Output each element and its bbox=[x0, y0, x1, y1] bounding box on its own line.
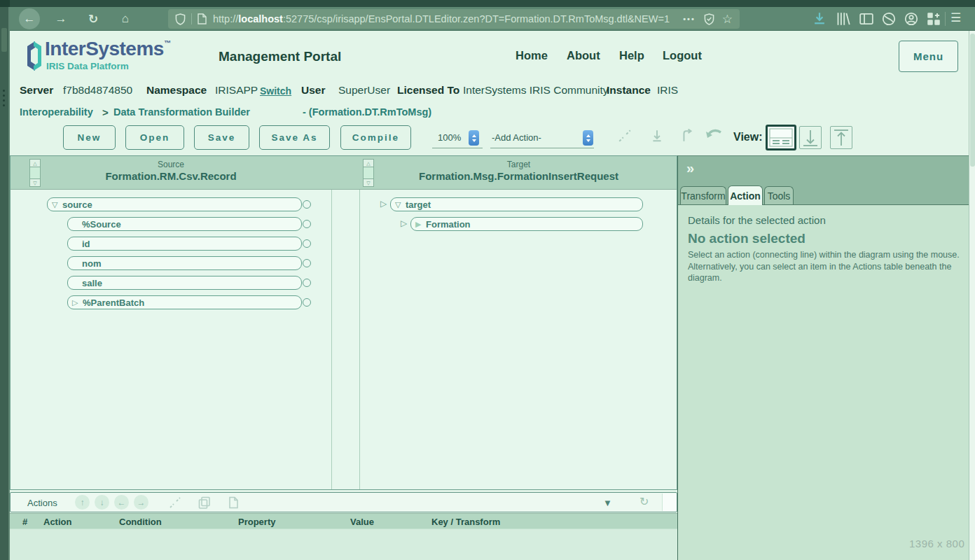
tab-transform[interactable]: Transform bbox=[680, 186, 726, 204]
connect-icon[interactable] bbox=[681, 129, 695, 143]
disconnect-icon[interactable] bbox=[618, 129, 632, 143]
shield-icon[interactable] bbox=[175, 13, 186, 25]
actions-table-header: # Action Condition Property Value Key / … bbox=[10, 513, 677, 528]
connector-port[interactable] bbox=[303, 220, 311, 228]
licensed-to-value: InterSystems IRIS Community bbox=[463, 84, 609, 97]
connector-port-icon[interactable]: ▷ bbox=[401, 219, 407, 227]
tab-action[interactable]: Action bbox=[728, 186, 763, 205]
tree-node-salle[interactable]: salle bbox=[67, 276, 302, 290]
user-value: SuperUser bbox=[338, 84, 390, 97]
browser-reload-button[interactable]: ↻ bbox=[84, 10, 102, 28]
move-up-button[interactable]: ↑ bbox=[75, 495, 90, 510]
tree-node-target[interactable]: ▽ target bbox=[390, 197, 643, 211]
tree-node-%Source[interactable]: %Source bbox=[67, 217, 302, 231]
breadcrumb-detail: - (Formation.DT.RmToMsg) bbox=[303, 106, 431, 118]
page-icon[interactable] bbox=[198, 13, 207, 24]
paste-action-icon[interactable] bbox=[228, 496, 240, 509]
connector-port-icon[interactable]: ▷ bbox=[380, 200, 387, 208]
tree-node-nom[interactable]: nom bbox=[67, 256, 302, 270]
page-scrollbar[interactable] bbox=[969, 31, 975, 560]
extension-globe-icon[interactable] bbox=[882, 12, 896, 26]
add-action-select[interactable]: -Add Action- bbox=[492, 132, 541, 143]
menu-button[interactable]: Menu bbox=[899, 41, 958, 72]
trademark: ™ bbox=[164, 39, 171, 47]
nav-logout-link[interactable]: Logout bbox=[663, 49, 702, 62]
new-button[interactable]: New bbox=[63, 125, 116, 150]
browser-toolbar: ← → ↻ ⌂ http://localhost:52775/csp/irisa… bbox=[0, 7, 975, 31]
move-down-button[interactable]: ↓ bbox=[95, 495, 109, 510]
collapse-panel-icon[interactable]: » bbox=[686, 160, 694, 176]
url-path: :52775/csp/irisapp/EnsPortal.DTLEditor.z… bbox=[283, 13, 670, 24]
intersystems-logo-mark bbox=[25, 41, 43, 71]
expand-triangle-icon[interactable]: ▶ bbox=[415, 220, 426, 228]
zoom-stepper[interactable] bbox=[469, 130, 479, 146]
browser-home-button[interactable]: ⌂ bbox=[116, 10, 134, 28]
save-button[interactable]: Save bbox=[194, 125, 249, 150]
add-action-underline bbox=[490, 148, 594, 148]
browser-back-button[interactable]: ← bbox=[19, 8, 40, 29]
save-as-button[interactable]: Save As bbox=[259, 125, 330, 150]
tree-node-label: nom bbox=[82, 258, 101, 269]
tree-node-Formation[interactable]: ▶ Formation bbox=[410, 217, 643, 231]
compile-button[interactable]: Compile bbox=[340, 125, 411, 150]
scrollbar-thumb[interactable] bbox=[970, 34, 975, 167]
grip-dots-icon bbox=[3, 90, 5, 106]
undo-icon[interactable] bbox=[705, 128, 723, 144]
menu-hamburger-icon[interactable]: ☰ bbox=[950, 10, 961, 25]
collapse-triangle-icon[interactable]: ▽ bbox=[52, 201, 62, 209]
open-button[interactable]: Open bbox=[125, 125, 184, 150]
sidebar-handle[interactable] bbox=[1, 28, 7, 52]
nav-home-link[interactable]: Home bbox=[516, 49, 548, 62]
actions-dropdown-icon[interactable]: ▼ bbox=[603, 498, 612, 508]
zoom-select[interactable]: 100% bbox=[438, 132, 461, 143]
library-icon[interactable] bbox=[836, 12, 850, 26]
browser-forward-button[interactable]: → bbox=[52, 10, 70, 28]
breadcrumb-section-link[interactable]: Interoperability bbox=[20, 106, 93, 118]
refresh-actions-icon[interactable]: ↻ bbox=[639, 495, 649, 508]
user-label: User bbox=[301, 84, 325, 97]
sidebar-icon[interactable] bbox=[859, 12, 873, 26]
tree-node-source[interactable]: ▽ source bbox=[47, 197, 302, 211]
switch-namespace-link[interactable]: Switch bbox=[260, 85, 291, 97]
tab-tools[interactable]: Tools bbox=[764, 186, 794, 204]
arrow-up-view-icon bbox=[833, 129, 850, 147]
move-down-icon[interactable] bbox=[650, 129, 664, 143]
url-text: http://localhost:52775/csp/irisapp/EnsPo… bbox=[213, 13, 670, 24]
url-bar[interactable]: http://localhost:52775/csp/irisapp/EnsPo… bbox=[168, 9, 740, 29]
view-table-button[interactable] bbox=[830, 126, 852, 149]
connector-port[interactable] bbox=[303, 259, 311, 267]
nav-help-link[interactable]: Help bbox=[619, 49, 644, 62]
collapse-triangle-icon[interactable]: ▽ bbox=[395, 201, 406, 209]
tree-node-label: id bbox=[82, 239, 90, 249]
bookmark-star-icon[interactable]: ☆ bbox=[722, 12, 733, 27]
disconnect-action-icon[interactable] bbox=[169, 496, 181, 509]
connector-port[interactable] bbox=[303, 279, 311, 287]
expand-triangle-icon[interactable]: ▷ bbox=[72, 299, 83, 307]
tree-node-%ParentBatch[interactable]: ▷ %ParentBatch bbox=[67, 295, 302, 309]
view-split-button[interactable] bbox=[766, 125, 796, 150]
server-value: f7b8d4874850 bbox=[63, 84, 132, 97]
extensions-grid-icon[interactable] bbox=[927, 12, 941, 26]
account-icon[interactable] bbox=[904, 12, 918, 26]
namespace-label: Namespace bbox=[146, 84, 207, 97]
copy-action-icon[interactable] bbox=[198, 496, 211, 509]
add-action-stepper[interactable] bbox=[583, 130, 593, 146]
col-property: Property bbox=[238, 517, 275, 527]
view-diagram-button[interactable] bbox=[799, 126, 822, 149]
permissions-shield-icon[interactable] bbox=[704, 13, 714, 25]
nav-about-link[interactable]: About bbox=[567, 49, 600, 62]
reload-icon: ↻ bbox=[88, 12, 98, 27]
connector-port[interactable] bbox=[303, 200, 311, 209]
source-kind-label: Source bbox=[11, 160, 331, 169]
move-right-button[interactable]: → bbox=[134, 495, 148, 510]
col-key-transform: Key / Transform bbox=[431, 517, 500, 527]
instance-label: Instance bbox=[607, 84, 651, 97]
tree-node-id[interactable]: id bbox=[67, 237, 302, 251]
tree-node-label: source bbox=[62, 200, 92, 210]
page-actions-icon[interactable]: ••• bbox=[683, 15, 696, 23]
move-left-button[interactable]: ← bbox=[114, 495, 129, 510]
connector-port[interactable] bbox=[303, 298, 311, 307]
view-label: View: bbox=[733, 131, 763, 144]
connector-port[interactable] bbox=[303, 239, 311, 248]
download-icon[interactable] bbox=[813, 12, 827, 26]
